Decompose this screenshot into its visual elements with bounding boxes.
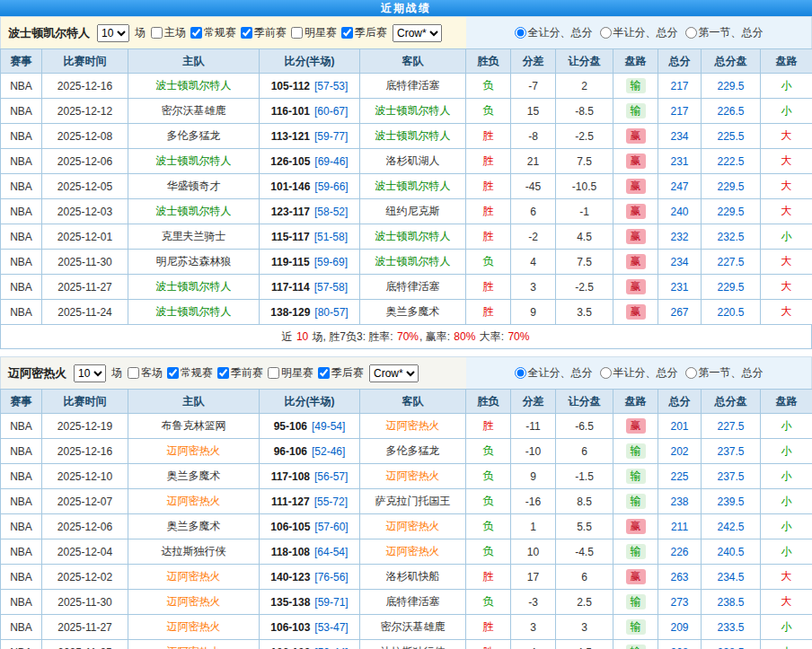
away-team-cell[interactable]: 迈阿密热火: [360, 414, 466, 439]
stat-mode-radio[interactable]: 半让分、总分: [600, 365, 678, 381]
away-team-cell[interactable]: 多伦多猛龙: [360, 439, 466, 464]
away-team-cell[interactable]: 迈阿密热火: [360, 464, 466, 489]
stat-mode-radio-input[interactable]: [600, 27, 612, 39]
home-team-cell[interactable]: 迈阿密热火: [128, 565, 260, 590]
score-cell: 106-103[53-47]: [260, 615, 360, 640]
filter-checkbox-label: 季后赛: [355, 25, 387, 40]
filter-checkbox[interactable]: 季后赛: [318, 365, 364, 381]
home-team-cell[interactable]: 迈阿密热火: [128, 640, 260, 649]
total-points-cell: 240: [658, 199, 702, 224]
away-team-cell[interactable]: 波士顿凯尔特人: [360, 174, 466, 199]
home-team-cell[interactable]: 迈阿密热火: [128, 439, 260, 464]
column-header: 让分盘: [556, 390, 613, 414]
away-team-cell[interactable]: 底特律活塞: [360, 74, 466, 99]
filter-checkbox-input[interactable]: [268, 367, 279, 379]
page-title: 近期战绩: [381, 2, 431, 14]
handicap-result-cell: 赢: [613, 250, 658, 275]
filter-checkbox[interactable]: 季前赛: [241, 25, 287, 40]
home-team-cell[interactable]: 多伦多猛龙: [128, 124, 260, 149]
filter-checkbox[interactable]: 明星赛: [291, 25, 337, 40]
away-team-cell[interactable]: 萨克拉门托国王: [360, 489, 466, 514]
filter-checkbox-input[interactable]: [151, 27, 163, 39]
home-team-cell[interactable]: 克里夫兰骑士: [128, 224, 260, 250]
stat-mode-radio[interactable]: 第一节、总分: [685, 365, 763, 381]
filter-checkbox-input[interactable]: [341, 27, 353, 39]
handicap-line-cell: -10.5: [556, 174, 613, 199]
stat-mode-radio-input[interactable]: [685, 27, 697, 39]
home-team-cell[interactable]: 达拉斯独行侠: [128, 539, 260, 565]
final-score: 135-138: [270, 596, 310, 609]
away-team-cell[interactable]: 洛杉矶快船: [360, 565, 466, 590]
home-team-cell[interactable]: 波士顿凯尔特人: [128, 74, 260, 99]
stat-mode-radio-input[interactable]: [600, 367, 612, 379]
stat-mode-radio-input[interactable]: [515, 27, 526, 39]
away-team-cell[interactable]: 波士顿凯尔特人: [360, 99, 466, 124]
total-line-cell: 234.5: [702, 565, 761, 590]
away-team-cell[interactable]: 波士顿凯尔特人: [360, 224, 466, 250]
over-under-cell: 小: [761, 615, 812, 640]
filter-checkbox[interactable]: 季前赛: [217, 365, 263, 381]
filter-checkbox[interactable]: 季后赛: [341, 25, 387, 40]
over-under-cell: 大: [761, 565, 812, 590]
filter-checkbox-input[interactable]: [190, 27, 202, 39]
stat-mode-radio[interactable]: 全让分、总分: [515, 25, 593, 40]
filter-checkbox[interactable]: 明星赛: [268, 365, 313, 381]
total-points-cell: 247: [658, 174, 702, 199]
games-count-select[interactable]: 10: [97, 24, 129, 42]
away-team-cell[interactable]: 奥兰多魔术: [360, 300, 466, 325]
filter-checkbox[interactable]: 主场: [151, 25, 186, 40]
away-team-cell[interactable]: 迈阿密热火: [360, 514, 466, 539]
home-team-cell[interactable]: 迈阿密热火: [128, 489, 260, 514]
away-team-cell[interactable]: 底特律活塞: [360, 590, 466, 615]
home-team-cell[interactable]: 布鲁克林篮网: [128, 414, 260, 439]
stat-mode-radio[interactable]: 第一节、总分: [685, 25, 763, 40]
filter-checkbox-input[interactable]: [291, 27, 303, 39]
home-team-cell[interactable]: 迈阿密热火: [128, 615, 260, 640]
home-team-cell[interactable]: 奥兰多魔术: [128, 464, 260, 489]
stat-mode-radio-input[interactable]: [515, 367, 526, 379]
date-cell: 2025-11-27: [42, 275, 128, 300]
handicap-result-badge: 输: [626, 594, 646, 610]
handicap-result-badge: 输: [626, 78, 646, 93]
filter-checkbox[interactable]: 客场: [128, 365, 163, 381]
filter-checkbox-input[interactable]: [241, 27, 252, 39]
filter-checkbox[interactable]: 常规赛: [190, 25, 236, 40]
away-team-cell[interactable]: 波士顿凯尔特人: [360, 124, 466, 149]
home-team-cell[interactable]: 华盛顿奇才: [128, 174, 260, 199]
filter-checkbox-input[interactable]: [128, 367, 139, 379]
away-team-cell[interactable]: 洛杉矶湖人: [360, 149, 466, 174]
away-team-cell[interactable]: 波士顿凯尔特人: [360, 250, 466, 275]
odds-company-select[interactable]: Crow*: [393, 24, 442, 42]
game-row: NBA2025-12-03波士顿凯尔特人123-117[58-52]纽约尼克斯胜…: [1, 199, 812, 224]
point-diff-cell: 4: [511, 640, 556, 649]
league-cell: NBA: [1, 99, 42, 124]
home-team-cell[interactable]: 波士顿凯尔特人: [128, 149, 260, 174]
away-team-cell[interactable]: 密尔沃基雄鹿: [360, 615, 466, 640]
home-team-cell[interactable]: 波士顿凯尔特人: [128, 300, 260, 325]
away-team-cell[interactable]: 达拉斯独行侠: [360, 640, 466, 649]
summary-text: 10: [296, 330, 308, 343]
home-team-cell[interactable]: 密尔沃基雄鹿: [128, 99, 260, 124]
away-team-cell[interactable]: 底特律活塞: [360, 275, 466, 300]
home-team-cell[interactable]: 波士顿凯尔特人: [128, 199, 260, 224]
home-team-cell[interactable]: 明尼苏达森林狼: [128, 250, 260, 275]
stat-mode-radio-input[interactable]: [685, 367, 697, 379]
filter-checkbox-input[interactable]: [167, 367, 179, 379]
filter-checkbox[interactable]: 常规赛: [167, 365, 213, 381]
home-team-cell[interactable]: 迈阿密热火: [128, 590, 260, 615]
home-team-cell[interactable]: 奥兰多魔术: [128, 514, 260, 539]
stat-mode-radio-label: 第一节、总分: [699, 25, 763, 40]
home-team-cell[interactable]: 波士顿凯尔特人: [128, 275, 260, 300]
filter-checkbox-input[interactable]: [217, 367, 229, 379]
result-cell: 胜: [466, 300, 511, 325]
handicap-result-cell: 输: [613, 640, 658, 649]
away-team-cell[interactable]: 迈阿密热火: [360, 539, 466, 565]
handicap-result-cell: 赢: [613, 174, 658, 199]
games-count-select[interactable]: 10: [74, 364, 106, 382]
stat-mode-radio[interactable]: 全让分、总分: [515, 365, 593, 381]
filter-checkbox-input[interactable]: [318, 367, 330, 379]
away-team-cell[interactable]: 纽约尼克斯: [360, 199, 466, 224]
stat-mode-radio[interactable]: 半让分、总分: [600, 25, 678, 40]
odds-company-select[interactable]: Crow*: [369, 364, 419, 382]
handicap-result-cell: 赢: [613, 224, 658, 250]
